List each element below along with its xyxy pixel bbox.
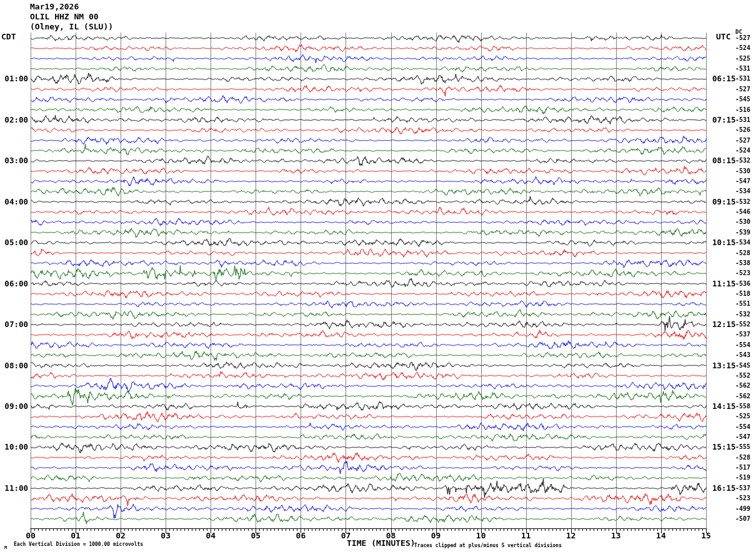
dc-value: -539: [735, 229, 756, 236]
dc-value: -517: [735, 464, 756, 471]
dc-value: -532: [735, 198, 756, 205]
x-axis-title: TIME (MINUTES): [347, 538, 415, 548]
dc-value: -527: [735, 137, 756, 144]
dc-value: -554: [735, 341, 756, 348]
dc-value: -546: [735, 208, 756, 215]
cdt-hour-label: 11:00: [0, 483, 28, 493]
x-tick-label: 01: [67, 531, 84, 540]
dc-value: -531: [735, 65, 756, 72]
x-tick-label: 14: [653, 531, 669, 540]
x-tick-label: 15: [698, 531, 714, 540]
dc-value: -524: [735, 44, 756, 51]
x-tick-label: 00: [22, 531, 39, 540]
dc-value: -538: [735, 259, 756, 266]
dc-value: -532: [735, 311, 756, 318]
dc-value: -562: [735, 382, 756, 389]
cdt-hour-label: 06:00: [0, 279, 28, 288]
dc-value: -530: [735, 218, 756, 225]
cdt-hour-label: 01:00: [0, 74, 28, 83]
cdt-hour-label: 09:00: [0, 401, 28, 411]
x-tick-label: 02: [112, 531, 129, 540]
station-code: OLIL HHZ NM 00: [30, 12, 99, 22]
dc-value: -532: [735, 157, 756, 164]
dc-value: -534: [735, 188, 756, 194]
dc-value: -523: [735, 495, 756, 501]
dc-value: -531: [735, 75, 756, 82]
dc-value: -545: [735, 362, 756, 369]
cdt-hour-label: 05:00: [0, 238, 28, 247]
dc-value: -528: [735, 249, 756, 256]
dc-value: -551: [735, 300, 756, 307]
dc-value: -552: [735, 372, 756, 379]
dc-value: -526: [735, 126, 756, 133]
x-tick-label: 05: [247, 531, 264, 540]
cdt-hour-label: 07:00: [0, 320, 28, 329]
dc-value: -507: [735, 515, 756, 522]
record-date: Mar19,2026: [30, 2, 79, 12]
x-tick-label: 10: [473, 531, 489, 540]
dc-value: -523: [735, 269, 756, 276]
left-axis-label: CDT: [1, 32, 16, 41]
dc-value: -534: [735, 239, 756, 246]
dc-value: -558: [735, 403, 756, 410]
dc-value: -524: [735, 147, 756, 154]
x-tick-label: 11: [518, 531, 534, 540]
cdt-hour-label: 04:00: [0, 197, 28, 206]
dc-value: -554: [735, 423, 756, 430]
helicorder-screen: Mar19,2026 OLIL HHZ NM 00 (Olney, IL (SL…: [0, 0, 756, 554]
dc-value: -545: [735, 96, 756, 103]
dc-value: -547: [735, 433, 756, 440]
dc-value: -531: [735, 116, 756, 123]
cdt-hour-label: 03:00: [0, 156, 28, 165]
dc-value: -525: [735, 413, 756, 420]
cdt-hour-label: 08:00: [0, 361, 28, 370]
x-tick-label: 13: [608, 531, 624, 540]
dc-value: -537: [735, 485, 756, 491]
station-location: (Olney, IL (SLU)): [30, 22, 113, 32]
clipping-note: Traces clipped at plus/minus 5 vertical …: [414, 543, 562, 548]
dc-value: -527: [735, 86, 756, 93]
seismogram-canvas: [0, 0, 756, 554]
x-tick-label: 04: [202, 531, 219, 540]
dc-value: -528: [735, 454, 756, 461]
dc-value: -530: [735, 168, 756, 174]
cdt-hour-label: 02:00: [0, 115, 28, 124]
watermark-glyph: M: [4, 545, 7, 550]
dc-value: -536: [735, 280, 756, 287]
dc-value: -519: [735, 474, 756, 481]
dc-value: -537: [735, 331, 756, 338]
x-tick-label: 09: [428, 531, 444, 540]
dc-value: -543: [735, 351, 756, 358]
right-axis-label: UTC: [716, 32, 730, 41]
dc-value: -518: [735, 290, 756, 297]
x-tick-label: 03: [157, 531, 174, 540]
dc-value: -499: [735, 505, 756, 512]
dc-value: -555: [735, 443, 756, 450]
dc-value: -552: [735, 321, 756, 328]
x-tick-label: 06: [292, 531, 309, 540]
cdt-hour-label: 10:00: [0, 442, 28, 451]
dc-value: -527: [735, 34, 756, 41]
dc-value: -547: [735, 178, 756, 184]
x-tick-label: 12: [563, 531, 579, 540]
vertical-division-note: Each Vertical Division = 1000.00 microvo…: [14, 541, 143, 547]
dc-value: -525: [735, 55, 756, 62]
dc-value: -516: [735, 106, 756, 113]
dc-value: -562: [735, 393, 756, 400]
